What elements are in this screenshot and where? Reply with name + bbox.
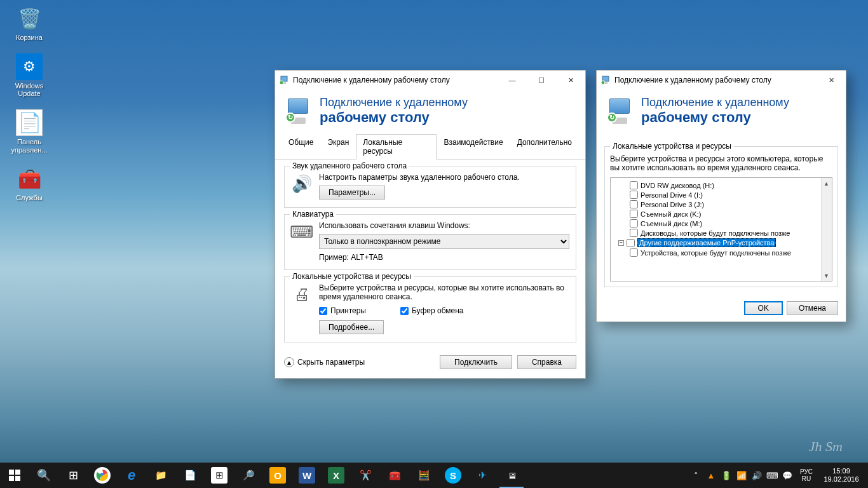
collapse-icon[interactable]: − bbox=[618, 240, 624, 246]
groupbox-keyboard: Клавиатура ⌨ Использовать сочетания клав… bbox=[284, 214, 576, 270]
header-line1: Подключение к удаленному bbox=[320, 96, 468, 109]
header-line2: рабочему столу bbox=[641, 109, 789, 126]
tab-general[interactable]: Общие bbox=[281, 134, 320, 159]
tree-item[interactable]: Personal Drive 4 (I:) bbox=[613, 190, 829, 200]
close-button[interactable]: ✕ bbox=[556, 71, 585, 90]
header-band: ↻ Подключение к удаленному рабочему стол… bbox=[275, 90, 585, 136]
rdc-app-icon bbox=[279, 75, 289, 85]
desktop-icon-label: Windows Update bbox=[5, 82, 53, 98]
clock-time: 15:09 bbox=[832, 467, 850, 475]
taskbar-app-telegram[interactable]: ✈ bbox=[468, 463, 497, 488]
minimize-button[interactable]: — bbox=[498, 71, 527, 90]
tray-overflow-button[interactable]: ˄ bbox=[689, 463, 703, 488]
tree-item-label: Дисководы, которые будут подключены позж… bbox=[641, 229, 790, 237]
titlebar[interactable]: Подключение к удаленному рабочему столу … bbox=[275, 71, 585, 90]
audio-settings-button[interactable]: Параметры... bbox=[319, 186, 385, 200]
tray-action-center-icon[interactable]: 💬 bbox=[780, 463, 794, 488]
svg-point-5 bbox=[601, 81, 605, 85]
window-title: Подключение к удаленному рабочему столу bbox=[614, 76, 771, 85]
taskbar-app-skype[interactable]: S bbox=[438, 463, 468, 488]
taskbar-app-tools[interactable]: 🧰 bbox=[380, 463, 409, 488]
collapse-options-link[interactable]: ▲ Скрыть параметры bbox=[284, 357, 365, 367]
scroll-down-icon[interactable]: ▼ bbox=[822, 270, 831, 281]
tray-network-icon[interactable]: 📶 bbox=[735, 463, 749, 488]
clock[interactable]: 15:09 19.02.2016 bbox=[818, 463, 864, 488]
tab-experience[interactable]: Взаимодействие bbox=[437, 134, 510, 159]
taskbar-app-calc[interactable]: 🧮 bbox=[409, 463, 438, 488]
control-panel-icon: 📄 bbox=[16, 109, 43, 136]
tabs: Общие Экран Локальные ресурсы Взаимодейс… bbox=[275, 133, 585, 159]
bottom-bar: ▲ Скрыть параметры Подключить Справка bbox=[275, 349, 585, 378]
more-button[interactable]: Подробнее... bbox=[319, 320, 384, 334]
taskbar-app-excel[interactable]: X bbox=[322, 463, 351, 488]
lang-line1: РУС bbox=[800, 468, 813, 475]
start-button[interactable] bbox=[0, 463, 29, 488]
titlebar[interactable]: Подключение к удаленному рабочему столу … bbox=[597, 71, 846, 90]
recycle-bin-icon: 🗑️ bbox=[16, 5, 43, 32]
close-button[interactable]: ✕ bbox=[817, 71, 846, 90]
dialog-buttons: OK Отмена bbox=[597, 295, 846, 322]
checkbox-label: Принтеры bbox=[330, 306, 366, 315]
services-icon: 🧰 bbox=[16, 165, 43, 192]
desktop-icon-windows-update[interactable]: ⚙Windows Update bbox=[5, 53, 53, 98]
keyboard-desc: Использовать сочетания клавиш Windows: bbox=[319, 221, 569, 230]
tab-advanced[interactable]: Дополнительно bbox=[510, 134, 579, 159]
help-button[interactable]: Справка bbox=[517, 355, 576, 369]
desktop-icon-recycle-bin[interactable]: 🗑️Корзина bbox=[5, 5, 53, 42]
clipboard-checkbox[interactable]: Буфер обмена bbox=[400, 306, 464, 315]
taskbar-app-explorer[interactable]: 📁 bbox=[146, 463, 175, 488]
tree-item[interactable]: DVD RW дисковод (H:) bbox=[613, 180, 829, 190]
desktop-icon-label: Панель управлен... bbox=[5, 138, 53, 154]
taskbar-app-totalcmd[interactable]: ⊞ bbox=[205, 463, 234, 488]
tree-item[interactable]: Устройства, которые будут подключены поз… bbox=[613, 248, 829, 257]
desktop-icon-control-panel[interactable]: 📄Панель управлен... bbox=[5, 109, 53, 154]
taskbar-app-outlook[interactable]: O bbox=[263, 463, 292, 488]
tree-item-label: Съемный диск (K:) bbox=[641, 210, 701, 218]
taskbar-app-notepad[interactable]: 📄 bbox=[175, 463, 205, 488]
search-button[interactable]: 🔍 bbox=[29, 463, 58, 488]
taskbar-app-ie[interactable]: e bbox=[117, 463, 146, 488]
header-band: ↻ Подключение к удаленному рабочему стол… bbox=[597, 90, 846, 136]
taskbar-app-chrome[interactable] bbox=[88, 463, 117, 488]
tray-battery-icon[interactable]: 🔋 bbox=[719, 463, 733, 488]
groupbox-legend: Локальные устройства и ресурсы bbox=[290, 272, 414, 281]
task-view-button[interactable]: ⊞ bbox=[58, 463, 88, 488]
tab-display[interactable]: Экран bbox=[320, 134, 356, 159]
collapse-label: Скрыть параметры bbox=[297, 358, 365, 367]
printers-checkbox[interactable]: Принтеры bbox=[319, 306, 366, 315]
svg-rect-9 bbox=[15, 476, 20, 481]
tray-volume-icon[interactable]: 🔊 bbox=[750, 463, 764, 488]
svg-rect-6 bbox=[9, 470, 14, 475]
taskbar-app-snip[interactable]: ✂️ bbox=[351, 463, 380, 488]
tab-local-resources[interactable]: Локальные ресурсы bbox=[356, 134, 437, 159]
tree-item[interactable]: Дисководы, которые будут подключены позж… bbox=[613, 228, 829, 238]
scroll-up-icon[interactable]: ▲ bbox=[822, 178, 831, 189]
ok-button[interactable]: OK bbox=[744, 301, 783, 315]
header-line2: рабочему столу bbox=[320, 109, 468, 126]
rdc-logo-icon: ↻ bbox=[284, 98, 312, 124]
cancel-button[interactable]: Отмена bbox=[787, 301, 838, 315]
groupbox-local-resources: Локальные устройства и ресурсы 🖨 Выберит… bbox=[284, 276, 576, 342]
desktop-icon-services[interactable]: 🧰Службы bbox=[5, 165, 53, 202]
scrollbar[interactable]: ▲ ▼ bbox=[821, 178, 832, 281]
tree-branch-label: Другие поддерживаемые PnP-устройства bbox=[637, 238, 776, 247]
rdc-devices-dialog: Подключение к удаленному рабочему столу … bbox=[596, 70, 846, 322]
tree-item[interactable]: Съемный диск (K:) bbox=[613, 209, 829, 219]
maximize-button[interactable]: ☐ bbox=[527, 71, 556, 90]
tree-item[interactable]: Personal Drive 3 (J:) bbox=[613, 200, 829, 209]
tray-vlc-icon[interactable]: ▲ bbox=[704, 463, 718, 488]
language-indicator[interactable]: РУС RU bbox=[796, 463, 817, 488]
tree-branch[interactable]: −Другие поддерживаемые PnP-устройства bbox=[613, 238, 829, 248]
connect-button[interactable]: Подключить bbox=[440, 355, 512, 369]
taskbar-app-rdc[interactable]: 🖥 bbox=[497, 463, 526, 488]
task-view-icon: ⊞ bbox=[69, 468, 78, 482]
desktop-icon-label: Корзина bbox=[16, 34, 43, 42]
tree-item[interactable]: Съемный диск (M:) bbox=[613, 219, 829, 228]
tray-keyboard-icon[interactable]: ⌨ bbox=[765, 463, 779, 488]
tree-item-label: Съемный диск (M:) bbox=[641, 220, 702, 227]
taskbar-app-search[interactable]: 🔎 bbox=[234, 463, 263, 488]
keyboard-combo-select[interactable]: Только в полноэкранном режиме bbox=[319, 234, 569, 249]
taskbar-app-word[interactable]: W bbox=[292, 463, 322, 488]
svg-rect-7 bbox=[15, 470, 20, 475]
devices-tree[interactable]: DVD RW дисковод (H:) Personal Drive 4 (I… bbox=[610, 177, 832, 281]
